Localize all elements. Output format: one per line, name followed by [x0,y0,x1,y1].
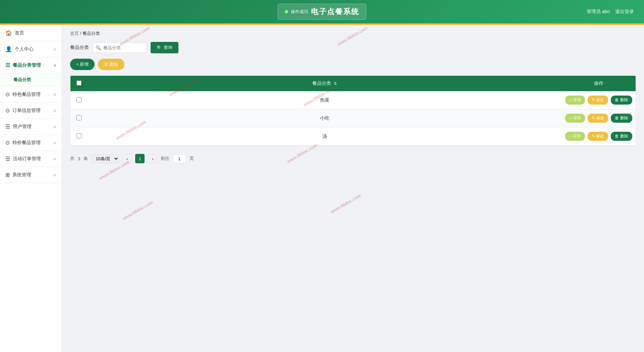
sort-icon: ⇅ [334,81,337,85]
pagination-total-prefix: 共 [70,156,74,162]
action-bar: + 新增 🗑 删除 [70,59,636,70]
page-size-select[interactable]: 10条/页 20条/页 50条/页 [91,154,119,163]
row-checkbox[interactable] [76,133,82,138]
sidebar-item-system[interactable]: ⊞ 系统管理 ∨ [0,167,62,183]
category-mgmt-icon: ☰ [5,62,10,68]
goto-suffix: 页 [190,156,194,162]
special-price-icon: ⊙ [5,139,10,146]
main-content: 首页 / 餐品分类 餐品分类 🔍 🔍 查询 + 新增 🗑 删除 [62,25,644,352]
sidebar-item-dish-mgmt[interactable]: ⊙ 特色餐品管理 ∨ [0,86,62,103]
row-category-cell: 热菜 [87,91,562,109]
edit-button[interactable]: ✎ 修改 [588,96,608,105]
breadcrumb-current: 餐品分类 [83,31,100,36]
system-icon: ⊞ [5,172,10,178]
row-category-name: 小吃 [320,115,329,121]
activity-order-icon: ☰ [5,156,10,162]
goto-prefix: 前往 [161,156,169,162]
sidebar-sub-item-category[interactable]: 餐品分类 [0,73,62,86]
sidebar-label-special-price: 特价餐品管理 [12,140,41,146]
table-header-row: 餐品分类 ⇅ 操作 [70,76,636,91]
detail-button[interactable]: □ 详情 [565,96,585,105]
search-input[interactable] [93,43,147,53]
table-row: 汤 □ 详情 ✎ 修改 🗑 删除 [70,127,636,145]
sidebar-item-activity-order[interactable]: ☰ 活动订单管理 ∨ [0,151,62,167]
chevron-up-icon: ∧ [53,63,56,68]
logout-link[interactable]: 退出登录 [615,9,634,15]
table-wrap: 餐品分类 ⇅ 操作 热菜 □ 详情 ✎ 修改 🗑 删除 [70,75,636,146]
sidebar-label-order-mgmt: 订单信息管理 [12,108,41,114]
sidebar-item-order-mgmt[interactable]: ⊙ 订单信息管理 ∨ [0,103,62,119]
current-page: 1 [135,154,145,163]
success-dot [285,10,288,13]
profile-icon: 👤 [5,46,12,52]
prev-page-button[interactable]: ‹ [122,154,132,163]
layout: 🏠 首页 👤 个人中心 ∨ ☰ 餐品分类管理 ∧ 餐品分类 ⊙ 特色餐品管理 [0,25,644,352]
row-checkbox[interactable] [76,115,82,120]
row-category-cell: 小吃 [87,109,562,127]
sidebar-item-special-price[interactable]: ⊙ 特价餐品管理 ∨ [0,135,62,151]
search-bar: 餐品分类 🔍 🔍 查询 [70,42,636,53]
sidebar-label-profile: 个人中心 [15,46,34,52]
success-text: 操作成功 [291,9,308,15]
sidebar-sub-label-category: 餐品分类 [13,77,31,82]
delete-button[interactable]: 🗑 删除 [611,96,632,105]
header-checkbox-col [70,76,87,91]
goto-page-input[interactable] [173,155,186,163]
admin-label: 管理员 abo [587,9,610,15]
search-button-label: 查询 [164,45,172,51]
row-category-cell: 汤 [87,127,562,145]
chevron-down-icon-7: ∨ [53,173,56,177]
table-row: 热菜 □ 详情 ✎ 修改 🗑 删除 [70,91,636,109]
edit-button[interactable]: ✎ 修改 [588,132,608,141]
sidebar-item-home[interactable]: 🏠 首页 [0,25,62,41]
chevron-down-icon-4: ∨ [53,124,56,129]
order-mgmt-icon: ⊙ [5,107,10,114]
breadcrumb-home[interactable]: 首页 [70,31,79,36]
pagination-total-suffix: 条 [84,156,88,162]
row-checkbox-cell [70,127,87,145]
sidebar-item-profile[interactable]: 👤 个人中心 ∨ [0,41,62,57]
breadcrumb-separator: / [80,31,83,36]
add-button[interactable]: + 新增 [70,59,95,70]
sidebar-item-category-mgmt[interactable]: ☰ 餐品分类管理 ∧ [0,57,62,73]
sidebar-label-dish-mgmt: 特色餐品管理 [12,92,41,98]
breadcrumb: 首页 / 餐品分类 [70,31,636,37]
delete-button[interactable]: 🗑 删除 [611,132,632,141]
row-checkbox-cell [70,109,87,127]
search-button[interactable]: 🔍 查询 [151,42,178,53]
chevron-down-icon-6: ∨ [53,157,56,161]
row-category-name: 汤 [322,133,327,139]
sidebar-label-user-mgmt: 用户管理 [13,124,32,130]
user-mgmt-icon: ☰ [5,123,10,130]
home-icon: 🏠 [5,30,12,36]
delete-button[interactable]: 🗑 删除 [611,114,632,123]
row-checkbox[interactable] [76,97,82,102]
chevron-down-icon-5: ∨ [53,140,56,145]
next-page-button[interactable]: › [148,154,157,163]
batch-delete-button[interactable]: 🗑 删除 [98,59,124,70]
search-icon: 🔍 [96,45,101,50]
sidebar-label-activity-order: 活动订单管理 [13,156,41,162]
row-action-cell: □ 详情 ✎ 修改 🗑 删除 [562,109,636,127]
search-input-wrap: 🔍 [93,43,147,53]
sidebar-label-category-mgmt: 餐品分类管理 [13,62,41,68]
sidebar: 🏠 首页 👤 个人中心 ∨ ☰ 餐品分类管理 ∧ 餐品分类 ⊙ 特色餐品管理 [0,25,62,352]
detail-button[interactable]: □ 详情 [565,132,585,141]
search-button-icon: 🔍 [157,45,162,50]
sidebar-item-user-mgmt[interactable]: ☰ 用户管理 ∨ [0,119,62,135]
sidebar-label-system: 系统管理 [12,172,31,178]
chevron-down-icon-2: ∨ [53,92,56,97]
header-title-area: 操作成功 电子点餐系统 [278,4,366,20]
pagination: 共 3 条 10条/页 20条/页 50条/页 ‹ 1 › 前往 页 [70,151,636,166]
row-action-cell: □ 详情 ✎ 修改 🗑 删除 [562,127,636,145]
header-right: 管理员 abo 退出登录 [587,9,634,15]
search-label: 餐品分类 [70,45,89,51]
table-row: 小吃 □ 详情 ✎ 修改 🗑 删除 [70,109,636,127]
category-table: 餐品分类 ⇅ 操作 热菜 □ 详情 ✎ 修改 🗑 删除 [70,76,636,145]
header-category-col[interactable]: 餐品分类 ⇅ [87,76,562,91]
detail-button[interactable]: □ 详情 [565,114,585,123]
edit-button[interactable]: ✎ 修改 [588,114,608,123]
select-all-checkbox[interactable] [76,80,82,85]
chevron-down-icon: ∨ [53,47,56,52]
row-checkbox-cell [70,91,87,109]
